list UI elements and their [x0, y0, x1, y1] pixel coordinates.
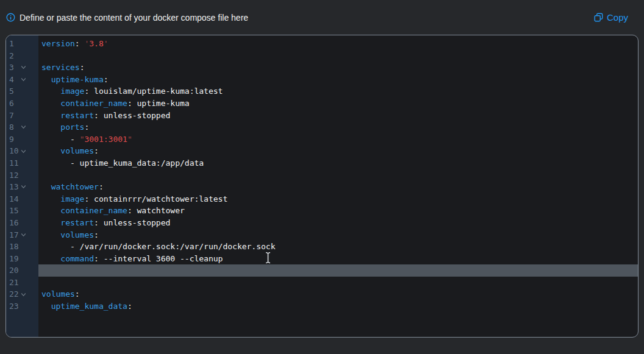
- code-line[interactable]: 9 - "3001:3001": [6, 133, 638, 146]
- code-line[interactable]: 15 container_name: watchtower: [6, 205, 638, 217]
- line-number: 14: [6, 193, 38, 205]
- line-number: 12: [6, 169, 38, 182]
- line-number: 22: [6, 288, 38, 300]
- code-content[interactable]: restart: unless-stopped: [38, 217, 638, 229]
- code-content[interactable]: - /var/run/docker.sock:/var/run/docker.s…: [38, 241, 638, 253]
- code-content[interactable]: - "3001:3001": [38, 133, 638, 146]
- fold-chevron-icon[interactable]: [21, 121, 26, 133]
- line-number: 3: [6, 62, 38, 74]
- line-number: 23: [6, 300, 38, 313]
- info-circle-icon: [6, 13, 15, 22]
- line-number: 19: [6, 253, 38, 265]
- code-line[interactable]: 19 command: --interval 3600 --cleanup: [6, 253, 638, 265]
- line-number: 17: [6, 229, 38, 241]
- line-number: 15: [6, 205, 38, 217]
- code-line[interactable]: 21: [6, 277, 638, 289]
- line-number: 8: [6, 121, 38, 133]
- line-number: 13: [6, 181, 38, 193]
- editor-hint-text: Define or paste the content of your dock…: [20, 13, 248, 23]
- line-number: 4: [6, 74, 38, 86]
- line-number: 11: [6, 157, 38, 169]
- fold-chevron-icon[interactable]: [21, 74, 26, 86]
- line-number: 10: [6, 145, 38, 157]
- copy-button-label: Copy: [607, 12, 628, 23]
- code-line[interactable]: 22volumes:: [6, 288, 638, 300]
- code-line[interactable]: 4 uptime-kuma:: [6, 74, 638, 86]
- code-line[interactable]: 16 restart: unless-stopped: [6, 217, 638, 229]
- code-line[interactable]: 3services:: [6, 62, 638, 74]
- code-content[interactable]: image: containrrr/watchtower:latest: [38, 193, 638, 205]
- docker-compose-editor[interactable]: 1version: '3.8'23services:4 uptime-kuma:…: [5, 35, 639, 338]
- code-line[interactable]: 23 uptime_kuma_data:: [6, 300, 638, 313]
- code-line[interactable]: 5 image: louislam/uptime-kuma:latest: [6, 85, 638, 97]
- header-bar: Define or paste the content of your dock…: [0, 0, 644, 35]
- line-number: 9: [6, 133, 38, 146]
- code-content[interactable]: restart: unless-stopped: [38, 110, 638, 122]
- fold-chevron-icon[interactable]: [21, 229, 26, 241]
- code-line[interactable]: 1version: '3.8': [6, 38, 638, 50]
- line-number: 20: [6, 264, 38, 277]
- code-content[interactable]: uptime-kuma:: [38, 74, 638, 86]
- code-line[interactable]: 18 - /var/run/docker.sock:/var/run/docke…: [6, 241, 638, 253]
- code-content[interactable]: - uptime_kuma_data:/app/data: [38, 157, 638, 169]
- code-line[interactable]: 10 volumes:: [6, 145, 638, 157]
- code-line[interactable]: 20: [6, 264, 638, 277]
- code-content[interactable]: uptime_kuma_data:: [38, 300, 638, 313]
- line-number: 6: [6, 97, 38, 110]
- code-content[interactable]: [38, 169, 638, 182]
- fold-chevron-icon[interactable]: [21, 62, 26, 74]
- code-line[interactable]: 13 watchtower:: [6, 181, 638, 193]
- fold-chevron-icon[interactable]: [21, 181, 26, 193]
- code-content[interactable]: container_name: watchtower: [38, 205, 638, 217]
- line-number: 16: [6, 217, 38, 229]
- code-content[interactable]: services:: [38, 62, 638, 74]
- line-number: 21: [6, 277, 38, 289]
- code-content[interactable]: [38, 50, 638, 62]
- code-content[interactable]: image: louislam/uptime-kuma:latest: [38, 85, 638, 97]
- code-content[interactable]: volumes:: [38, 145, 638, 157]
- code-line[interactable]: 2: [6, 50, 638, 62]
- code-content[interactable]: [38, 264, 638, 277]
- code-line[interactable]: 7 restart: unless-stopped: [6, 110, 638, 122]
- line-number: 1: [6, 38, 38, 50]
- line-number: 5: [6, 85, 38, 97]
- fold-chevron-icon[interactable]: [21, 288, 26, 300]
- copy-icon: [594, 13, 603, 22]
- code-content[interactable]: volumes:: [38, 229, 638, 241]
- code-line[interactable]: 11 - uptime_kuma_data:/app/data: [6, 157, 638, 169]
- copy-button[interactable]: Copy: [594, 12, 628, 23]
- line-number: 18: [6, 241, 38, 253]
- code-content[interactable]: ports:: [38, 121, 638, 133]
- code-content[interactable]: [38, 277, 638, 289]
- code-content[interactable]: command: --interval 3600 --cleanup: [38, 253, 638, 265]
- editor-lines: 1version: '3.8'23services:4 uptime-kuma:…: [6, 38, 638, 313]
- line-number: 2: [6, 50, 38, 62]
- code-line[interactable]: 8 ports:: [6, 121, 638, 133]
- code-content[interactable]: container_name: uptime-kuma: [38, 97, 638, 110]
- code-line[interactable]: 17 volumes:: [6, 229, 638, 241]
- code-content[interactable]: watchtower:: [38, 181, 638, 193]
- code-line[interactable]: 14 image: containrrr/watchtower:latest: [6, 193, 638, 205]
- code-line[interactable]: 6 container_name: uptime-kuma: [6, 97, 638, 110]
- header-hint: Define or paste the content of your dock…: [6, 13, 248, 23]
- line-number: 7: [6, 110, 38, 122]
- code-line[interactable]: 12: [6, 169, 638, 182]
- code-content[interactable]: volumes:: [38, 288, 638, 300]
- fold-chevron-icon[interactable]: [21, 145, 26, 157]
- code-content[interactable]: version: '3.8': [38, 38, 638, 50]
